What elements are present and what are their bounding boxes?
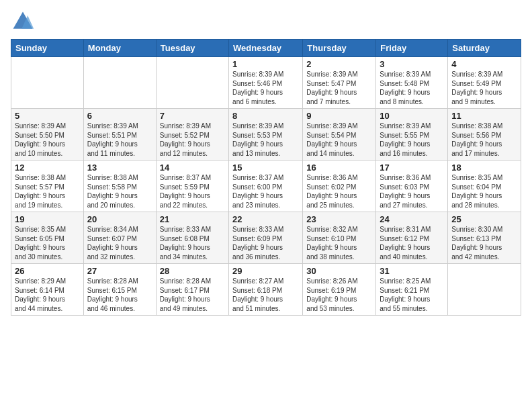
week-row-1: 1Sunrise: 8:39 AM Sunset: 5:46 PM Daylig… <box>11 57 521 109</box>
day-number: 4 <box>451 59 517 69</box>
calendar-cell: 5Sunrise: 8:39 AM Sunset: 5:50 PM Daylig… <box>11 109 84 161</box>
day-info: Sunrise: 8:36 AM Sunset: 6:02 PM Dayligh… <box>306 173 372 210</box>
day-number: 24 <box>380 214 444 224</box>
day-number: 10 <box>380 111 444 121</box>
day-number: 14 <box>160 163 225 173</box>
day-info: Sunrise: 8:29 AM Sunset: 6:14 PM Dayligh… <box>15 277 80 313</box>
day-number: 2 <box>306 59 372 69</box>
logo-icon <box>11 9 35 34</box>
calendar-cell: 16Sunrise: 8:36 AM Sunset: 6:02 PM Dayli… <box>303 161 376 212</box>
calendar-cell: 17Sunrise: 8:36 AM Sunset: 6:03 PM Dayli… <box>376 161 448 212</box>
week-row-5: 26Sunrise: 8:29 AM Sunset: 6:14 PM Dayli… <box>11 264 521 316</box>
day-number: 27 <box>87 266 152 276</box>
day-info: Sunrise: 8:39 AM Sunset: 5:54 PM Dayligh… <box>306 122 372 158</box>
day-info: Sunrise: 8:33 AM Sunset: 6:09 PM Dayligh… <box>232 225 299 261</box>
weekday-header-saturday: Saturday <box>448 40 521 57</box>
day-info: Sunrise: 8:32 AM Sunset: 6:10 PM Dayligh… <box>306 225 372 261</box>
calendar-cell: 18Sunrise: 8:35 AM Sunset: 6:04 PM Dayli… <box>448 161 521 212</box>
week-row-4: 19Sunrise: 8:35 AM Sunset: 6:05 PM Dayli… <box>11 212 521 264</box>
calendar-cell: 19Sunrise: 8:35 AM Sunset: 6:05 PM Dayli… <box>11 212 84 264</box>
weekday-header-sunday: Sunday <box>11 40 84 57</box>
weekday-header-thursday: Thursday <box>303 40 376 57</box>
day-number: 28 <box>160 266 225 276</box>
day-number: 17 <box>380 163 444 173</box>
weekday-header-wednesday: Wednesday <box>229 40 303 57</box>
calendar-cell: 11Sunrise: 8:38 AM Sunset: 5:56 PM Dayli… <box>448 109 521 161</box>
day-number: 23 <box>306 214 372 224</box>
day-number: 25 <box>451 214 517 224</box>
day-info: Sunrise: 8:31 AM Sunset: 6:12 PM Dayligh… <box>380 225 444 261</box>
calendar-cell: 6Sunrise: 8:39 AM Sunset: 5:51 PM Daylig… <box>83 109 156 161</box>
day-info: Sunrise: 8:37 AM Sunset: 6:00 PM Dayligh… <box>232 173 299 210</box>
day-info: Sunrise: 8:38 AM Sunset: 5:56 PM Dayligh… <box>451 122 517 158</box>
day-info: Sunrise: 8:27 AM Sunset: 6:18 PM Dayligh… <box>232 277 299 313</box>
header <box>11 7 521 34</box>
day-info: Sunrise: 8:39 AM Sunset: 5:47 PM Dayligh… <box>306 70 372 106</box>
calendar-cell: 26Sunrise: 8:29 AM Sunset: 6:14 PM Dayli… <box>11 264 84 316</box>
calendar-cell: 25Sunrise: 8:30 AM Sunset: 6:13 PM Dayli… <box>448 212 521 264</box>
calendar-cell: 14Sunrise: 8:37 AM Sunset: 5:59 PM Dayli… <box>156 161 228 212</box>
calendar-cell: 20Sunrise: 8:34 AM Sunset: 6:07 PM Dayli… <box>83 212 156 264</box>
day-number: 31 <box>380 266 444 276</box>
calendar-cell: 27Sunrise: 8:28 AM Sunset: 6:15 PM Dayli… <box>83 264 156 316</box>
day-info: Sunrise: 8:28 AM Sunset: 6:17 PM Dayligh… <box>160 277 225 313</box>
calendar-cell: 31Sunrise: 8:25 AM Sunset: 6:21 PM Dayli… <box>376 264 448 316</box>
day-info: Sunrise: 8:37 AM Sunset: 5:59 PM Dayligh… <box>160 173 225 210</box>
calendar-cell <box>11 57 84 109</box>
day-number: 26 <box>15 266 80 276</box>
day-info: Sunrise: 8:39 AM Sunset: 5:48 PM Dayligh… <box>380 70 444 106</box>
calendar-cell: 9Sunrise: 8:39 AM Sunset: 5:54 PM Daylig… <box>303 109 376 161</box>
day-info: Sunrise: 8:30 AM Sunset: 6:13 PM Dayligh… <box>451 225 517 261</box>
day-info: Sunrise: 8:39 AM Sunset: 5:52 PM Dayligh… <box>160 122 225 158</box>
day-number: 21 <box>160 214 225 224</box>
calendar-cell: 8Sunrise: 8:39 AM Sunset: 5:53 PM Daylig… <box>229 109 303 161</box>
day-info: Sunrise: 8:38 AM Sunset: 5:58 PM Dayligh… <box>87 173 152 210</box>
day-info: Sunrise: 8:39 AM Sunset: 5:50 PM Dayligh… <box>15 122 80 158</box>
day-info: Sunrise: 8:38 AM Sunset: 5:57 PM Dayligh… <box>15 173 80 210</box>
calendar-cell: 24Sunrise: 8:31 AM Sunset: 6:12 PM Dayli… <box>376 212 448 264</box>
day-info: Sunrise: 8:35 AM Sunset: 6:05 PM Dayligh… <box>15 225 80 261</box>
day-number: 8 <box>232 111 299 121</box>
day-number: 3 <box>380 59 444 69</box>
day-number: 18 <box>451 163 517 173</box>
calendar-cell: 7Sunrise: 8:39 AM Sunset: 5:52 PM Daylig… <box>156 109 228 161</box>
day-info: Sunrise: 8:39 AM Sunset: 5:53 PM Dayligh… <box>232 122 299 158</box>
calendar-cell <box>448 264 521 316</box>
day-number: 15 <box>232 163 299 173</box>
calendar-cell: 29Sunrise: 8:27 AM Sunset: 6:18 PM Dayli… <box>229 264 303 316</box>
day-number: 11 <box>451 111 517 121</box>
day-number: 9 <box>306 111 372 121</box>
day-number: 7 <box>160 111 225 121</box>
calendar-cell: 22Sunrise: 8:33 AM Sunset: 6:09 PM Dayli… <box>229 212 303 264</box>
calendar-cell: 30Sunrise: 8:26 AM Sunset: 6:19 PM Dayli… <box>303 264 376 316</box>
calendar-cell: 1Sunrise: 8:39 AM Sunset: 5:46 PM Daylig… <box>229 57 303 109</box>
calendar-cell: 15Sunrise: 8:37 AM Sunset: 6:00 PM Dayli… <box>229 161 303 212</box>
day-number: 20 <box>87 214 152 224</box>
day-info: Sunrise: 8:34 AM Sunset: 6:07 PM Dayligh… <box>87 225 152 261</box>
day-number: 29 <box>232 266 299 276</box>
day-number: 13 <box>87 163 152 173</box>
day-info: Sunrise: 8:36 AM Sunset: 6:03 PM Dayligh… <box>380 173 444 210</box>
weekday-header-monday: Monday <box>83 40 156 57</box>
day-number: 5 <box>15 111 80 121</box>
weekday-header-tuesday: Tuesday <box>156 40 228 57</box>
week-row-3: 12Sunrise: 8:38 AM Sunset: 5:57 PM Dayli… <box>11 161 521 212</box>
logo <box>11 9 38 34</box>
calendar-cell <box>83 57 156 109</box>
calendar-cell: 12Sunrise: 8:38 AM Sunset: 5:57 PM Dayli… <box>11 161 84 212</box>
day-number: 16 <box>306 163 372 173</box>
calendar-table: SundayMondayTuesdayWednesdayThursdayFrid… <box>11 39 521 316</box>
calendar-cell: 3Sunrise: 8:39 AM Sunset: 5:48 PM Daylig… <box>376 57 448 109</box>
calendar-cell: 13Sunrise: 8:38 AM Sunset: 5:58 PM Dayli… <box>83 161 156 212</box>
calendar-cell: 21Sunrise: 8:33 AM Sunset: 6:08 PM Dayli… <box>156 212 228 264</box>
day-number: 12 <box>15 163 80 173</box>
week-row-2: 5Sunrise: 8:39 AM Sunset: 5:50 PM Daylig… <box>11 109 521 161</box>
weekday-header-row: SundayMondayTuesdayWednesdayThursdayFrid… <box>11 40 521 57</box>
day-info: Sunrise: 8:39 AM Sunset: 5:51 PM Dayligh… <box>87 122 152 158</box>
day-number: 1 <box>232 59 299 69</box>
day-info: Sunrise: 8:28 AM Sunset: 6:15 PM Dayligh… <box>87 277 152 313</box>
day-number: 30 <box>306 266 372 276</box>
calendar-cell: 28Sunrise: 8:28 AM Sunset: 6:17 PM Dayli… <box>156 264 228 316</box>
day-info: Sunrise: 8:35 AM Sunset: 6:04 PM Dayligh… <box>451 173 517 210</box>
day-info: Sunrise: 8:39 AM Sunset: 5:49 PM Dayligh… <box>451 70 517 106</box>
